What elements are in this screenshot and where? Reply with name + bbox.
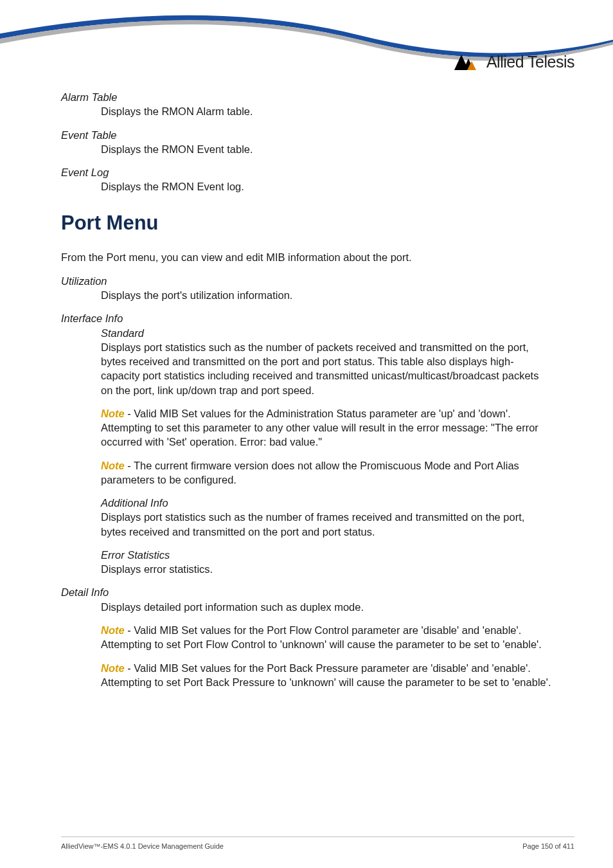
note-detail-1: Note - Valid MIB Set values for the Port… [61, 623, 552, 652]
note-label: Note [101, 662, 125, 674]
page-header: Allied Telesis [0, 0, 613, 90]
term-event-table: Event Table [61, 128, 552, 142]
subdesc-error: Displays error statistics. [61, 562, 552, 576]
note-body: - The current firmware version does not … [101, 460, 519, 485]
desc-event-table: Displays the RMON Event table. [61, 142, 552, 156]
desc-event-log: Displays the RMON Event log. [61, 179, 552, 194]
port-menu-intro: From the Port menu, you can view and edi… [61, 250, 552, 264]
note-body: - Valid MIB Set values for the Port Back… [101, 662, 551, 688]
subterm-additional: Additional Info [61, 496, 552, 510]
note-standard-1: Note - Valid MIB Set values for the Admi… [61, 406, 552, 449]
note-body: - Valid MIB Set values for the Administr… [101, 408, 538, 448]
brand-triangle-icon [454, 55, 483, 70]
desc-alarm-table: Displays the RMON Alarm table. [61, 104, 552, 118]
header-swoosh-graphic [0, 0, 613, 90]
desc-detail-info: Displays detailed port information such … [61, 600, 552, 614]
brand-logo: Allied Telesis [454, 53, 574, 71]
term-interface-info: Interface Info [61, 311, 552, 325]
subdesc-additional: Displays port statistics such as the num… [61, 510, 552, 539]
term-utilization: Utilization [61, 274, 552, 288]
term-alarm-table: Alarm Table [61, 90, 552, 104]
note-body: - Valid MIB Set values for the Port Flow… [101, 624, 542, 650]
footer-right: Page 150 of 411 [522, 842, 574, 850]
page-footer: AlliedView™-EMS 4.0.1 Device Management … [61, 836, 574, 850]
page-content: Alarm Table Displays the RMON Alarm tabl… [0, 90, 613, 689]
heading-port-menu: Port Menu [61, 210, 552, 237]
subterm-standard: Standard [61, 326, 552, 340]
note-standard-2: Note - The current firmware version does… [61, 458, 552, 487]
note-label: Note [101, 408, 125, 419]
note-detail-2: Note - Valid MIB Set values for the Port… [61, 661, 552, 690]
subdesc-standard: Displays port statistics such as the num… [61, 340, 552, 397]
brand-text: Allied Telesis [486, 53, 574, 71]
note-label: Note [101, 624, 125, 636]
term-detail-info: Detail Info [61, 585, 552, 599]
subterm-error: Error Statistics [61, 548, 552, 562]
note-label: Note [101, 460, 125, 471]
term-event-log: Event Log [61, 165, 552, 179]
footer-left: AlliedView™-EMS 4.0.1 Device Management … [61, 842, 224, 850]
desc-utilization: Displays the port's utilization informat… [61, 288, 552, 302]
